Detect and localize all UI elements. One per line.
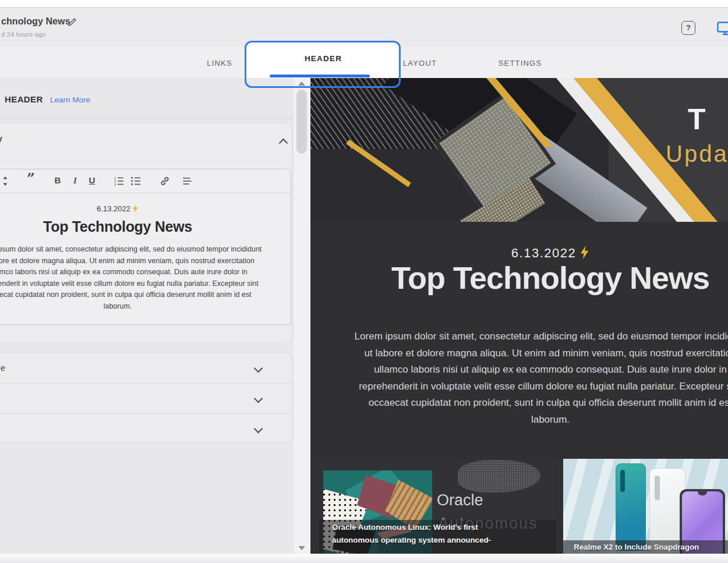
header-settings-panel: HEADER Learn More y ” B I U 123 bbox=[0, 78, 293, 554]
editor-newsletter-title: Top Technology News bbox=[0, 218, 291, 235]
scroll-down-arrow[interactable] bbox=[298, 546, 305, 550]
lightning-bolt-icon bbox=[132, 204, 139, 213]
active-tab-underline bbox=[270, 75, 370, 77]
card-title: Realme X2 to Include Snapdragon bbox=[574, 543, 699, 551]
window-top-edge bbox=[0, 0, 728, 8]
circuit-board-photo bbox=[310, 78, 609, 222]
newsletter-date: 6.13.2022 bbox=[310, 246, 728, 261]
panel-heading: HEADER bbox=[5, 94, 43, 104]
italic-button[interactable]: I bbox=[68, 175, 82, 187]
card-title: autonomous operating system announced- bbox=[332, 536, 491, 544]
last-updated-text: d 24 hours ago bbox=[1, 31, 46, 38]
scrollbar-thumb[interactable] bbox=[296, 90, 307, 154]
article-card-realme[interactable]: Realme X2 to Include Snapdragon bbox=[563, 459, 728, 554]
tab-settings[interactable]: SETTINGS bbox=[499, 59, 542, 68]
card-image-text: Oracle bbox=[437, 491, 483, 509]
edit-pencil-icon[interactable] bbox=[67, 17, 77, 27]
collapsed-section-row[interactable]: e bbox=[0, 353, 292, 383]
editor-date: 6.13.2022 bbox=[0, 204, 291, 213]
rich-text-editor[interactable]: ” B I U 123 6.13.2022 Top Technology New… bbox=[0, 169, 291, 325]
expand-section-chevron-icon bbox=[254, 364, 263, 373]
collapsed-section-title-fragment: e bbox=[1, 363, 5, 373]
collapsed-sections: e bbox=[0, 353, 292, 443]
card-title: Oracle Autonomous Linux: World's first bbox=[332, 523, 478, 532]
desktop-preview-icon[interactable] bbox=[717, 22, 728, 36]
newsletter-summary-paragraph: Lorem ipsum dolor sit amet, consectetur … bbox=[355, 328, 728, 428]
editor-summary-paragraph: Lorem ipsum dolor sit amet, consectetur … bbox=[0, 244, 291, 312]
expand-section-chevron-icon bbox=[254, 424, 263, 434]
tab-links[interactable]: LINKS bbox=[207, 59, 232, 68]
svg-text:3: 3 bbox=[114, 183, 116, 186]
section-title-fragment: y bbox=[0, 134, 2, 143]
expand-section-chevron-icon bbox=[254, 394, 263, 403]
tab-layout[interactable]: LAYOUT bbox=[403, 59, 437, 68]
newsletter-preview: T Upda 6.13.2022 Top Technology News Lor… bbox=[310, 78, 728, 554]
newsletter-title: Top Technology News bbox=[391, 260, 709, 296]
collapsed-section-row[interactable] bbox=[0, 414, 292, 444]
divider bbox=[0, 118, 293, 119]
editor-toolbar: ” B I U 123 bbox=[0, 169, 291, 193]
article-card-oracle[interactable]: Oracle Autonomous Oracle Autonomous Linu… bbox=[319, 459, 556, 554]
text-size-icon[interactable] bbox=[0, 175, 12, 187]
underline-button[interactable]: U bbox=[85, 175, 99, 187]
sidebar-scrollbar[interactable] bbox=[293, 78, 310, 554]
link-icon[interactable] bbox=[158, 175, 172, 187]
document-title[interactable]: chnology News bbox=[1, 16, 70, 27]
align-icon[interactable] bbox=[180, 175, 194, 187]
texture-blob bbox=[458, 460, 540, 493]
banner-text-fragment: Upda bbox=[666, 141, 728, 167]
learn-more-link[interactable]: Learn More bbox=[50, 95, 90, 104]
topbar: chnology News d 24 hours ago ? bbox=[0, 8, 728, 48]
scroll-up-arrow[interactable] bbox=[298, 82, 305, 86]
lightning-bolt-icon bbox=[579, 246, 589, 259]
ordered-list-icon[interactable]: 123 bbox=[112, 175, 126, 187]
help-button[interactable]: ? bbox=[681, 21, 695, 35]
teal-phone bbox=[616, 463, 646, 551]
collapsed-section-row[interactable] bbox=[0, 384, 292, 413]
blockquote-icon[interactable]: ” bbox=[24, 175, 38, 187]
window-bottom-edge bbox=[0, 554, 728, 563]
tab-header-active[interactable]: HEADER bbox=[246, 43, 400, 78]
header-banner-image[interactable]: T Upda bbox=[310, 78, 728, 222]
tab-header-label: HEADER bbox=[305, 54, 342, 63]
bullet-list-icon[interactable] bbox=[129, 175, 143, 187]
bold-button[interactable]: B bbox=[51, 175, 65, 187]
banner-text-fragment: T bbox=[688, 102, 706, 136]
